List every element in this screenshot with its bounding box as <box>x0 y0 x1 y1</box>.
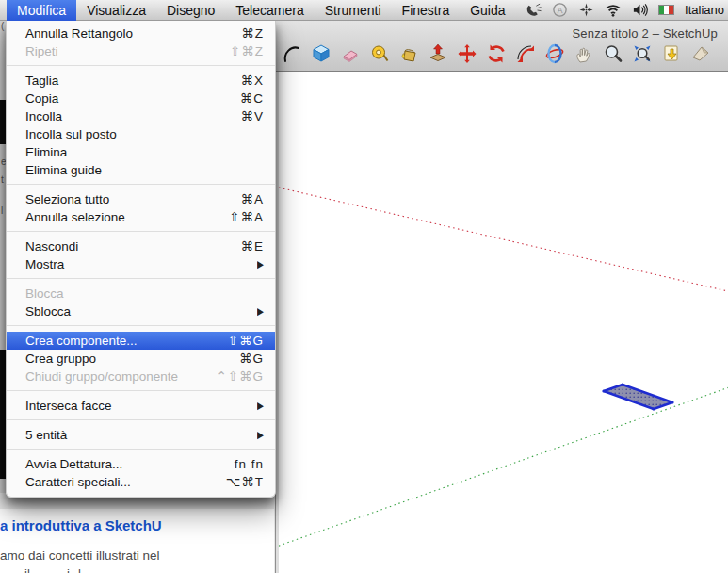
svg-text:A: A <box>558 6 563 15</box>
menu-item-incolla-sul-posto[interactable]: Incolla sul posto <box>7 125 275 143</box>
menubar-item-guida[interactable]: Guida <box>460 0 515 21</box>
menu-item-elimina-guide[interactable]: Elimina guide <box>7 161 275 179</box>
voice-circle-a-icon[interactable]: A <box>552 2 568 18</box>
background-text-fragment: ( <box>1 21 4 31</box>
menu-separator <box>7 226 275 237</box>
webpage-text-fragment: il <box>24 566 30 573</box>
selected-component[interactable] <box>602 383 673 410</box>
zoom-extents-icon[interactable] <box>632 43 653 64</box>
menu-item-ripeti: Ripeti⇧⌘Z <box>7 42 275 60</box>
menu-item-annulla-selezione[interactable]: Annulla selezione⇧⌘A <box>7 208 275 226</box>
menu-separator <box>7 60 275 72</box>
red-axis <box>279 188 728 292</box>
menu-item-mostra[interactable]: Mostra▶ <box>7 255 275 273</box>
submenu-arrow-icon: ▶ <box>257 395 264 417</box>
handset-icon[interactable] <box>526 2 542 18</box>
menu-item-nascondi[interactable]: Nascondi⌘E <box>7 237 275 255</box>
menu-item-crea-componente[interactable]: Crea componente...⇧⌘G <box>7 332 275 350</box>
submenu-arrow-icon: ▶ <box>257 301 264 322</box>
menubar-item-strumenti[interactable]: Strumenti <box>315 0 392 21</box>
submenu-arrow-icon: ▶ <box>257 254 264 275</box>
italian-flag-icon[interactable] <box>658 5 674 15</box>
menu-item-sblocca[interactable]: Sblocca▶ <box>7 303 275 320</box>
sketchup-window: Senza titolo 2 – SketchUp <box>275 21 728 573</box>
background-text-fragment: t <box>1 174 4 185</box>
offset-icon[interactable] <box>515 43 536 64</box>
menu-separator <box>7 179 275 190</box>
menu-item-taglia[interactable]: Taglia⌘X <box>7 72 275 90</box>
push-pull-icon[interactable] <box>428 43 448 64</box>
make-component-icon[interactable] <box>311 43 332 64</box>
submenu-arrow-icon: ▶ <box>257 424 264 446</box>
zoom-icon[interactable] <box>603 43 623 64</box>
menubar-item-finestra[interactable]: Finestra <box>392 0 461 21</box>
menubar-item-visualizza[interactable]: Visualizza <box>76 0 156 21</box>
green-axis <box>279 386 728 573</box>
webpage-heading-link[interactable]: a introduttiva a SketchU <box>0 517 274 533</box>
paint-bucket-icon[interactable] <box>398 43 419 64</box>
pan-icon[interactable] <box>574 43 594 64</box>
webpage-paragraph: amo dai concetti illustrati nel <box>0 548 274 563</box>
menubar-item-telecamera[interactable]: Telecamera <box>225 0 314 21</box>
menu-separator <box>7 273 275 285</box>
input-language-label[interactable]: Italiano <box>685 3 724 17</box>
menubar: Modifica Visualizza Disegno Telecamera S… <box>0 0 728 21</box>
move-icon[interactable] <box>457 43 477 64</box>
menu-item-avvia-dettatura[interactable]: Avvia Dettatura...fn fn <box>7 455 275 473</box>
menu-item-5-entita[interactable]: 5 entità▶ <box>7 426 275 444</box>
input-star-icon[interactable] <box>578 2 594 18</box>
menu-item-elimina[interactable]: Elimina <box>7 143 275 161</box>
menu-item-blocca: Blocca <box>7 285 275 303</box>
modifica-menu: Annulla Rettangolo⌘Z Ripeti⇧⌘Z Taglia⌘X … <box>6 21 276 498</box>
orbit-icon[interactable] <box>544 43 565 64</box>
menu-item-interseca-facce[interactable]: Interseca facce▶ <box>7 397 275 415</box>
arc-tool-icon[interactable] <box>282 43 302 64</box>
previous-view-icon[interactable] <box>661 43 682 64</box>
menu-item-seleziona-tutto[interactable]: Seleziona tutto⌘A <box>7 190 275 208</box>
menu-item-crea-gruppo[interactable]: Crea gruppo⌘G <box>7 350 275 368</box>
get-models-icon[interactable] <box>690 43 711 64</box>
window-title: Senza titolo 2 – SketchUp <box>572 26 718 41</box>
menubar-status-area: A Italiano <box>526 2 728 18</box>
webpage-text-fragment: i <box>67 566 70 573</box>
menu-item-annulla-rettangolo[interactable]: Annulla Rettangolo⌘Z <box>7 25 275 42</box>
menu-item-incolla[interactable]: Incolla⌘V <box>7 107 275 125</box>
menu-separator <box>7 385 275 397</box>
volume-icon[interactable] <box>632 2 648 18</box>
menubar-item-modifica[interactable]: Modifica <box>7 0 76 21</box>
menu-item-copia[interactable]: Copia⌘C <box>7 90 275 107</box>
menu-separator <box>7 415 275 426</box>
menu-separator <box>7 320 275 332</box>
background-text-fragment: l <box>1 205 3 216</box>
eraser-icon[interactable] <box>340 43 361 64</box>
sketchup-titlebar[interactable]: Senza titolo 2 – SketchUp <box>276 21 728 72</box>
menubar-item-disegno[interactable]: Disegno <box>156 0 225 21</box>
tape-measure-icon[interactable] <box>369 43 390 64</box>
wifi-icon[interactable] <box>605 2 622 18</box>
webpage-text-fragment: l <box>78 566 81 573</box>
rotate-icon[interactable] <box>486 43 507 64</box>
menu-item-caratteri-speciali[interactable]: Caratteri speciali...⌥⌘T <box>7 473 275 491</box>
screen: ( e t l a introduttiva a SketchU amo dai… <box>0 0 728 573</box>
sketchup-toolbar <box>282 43 711 64</box>
menu-separator <box>7 444 275 455</box>
drawing-canvas[interactable] <box>276 72 728 573</box>
background-webpage: a introduttiva a SketchU amo dai concett… <box>0 509 274 573</box>
menu-item-chiudi-gruppo-componente: Chiudi gruppo/componente⌃⇧⌘G <box>7 368 275 385</box>
